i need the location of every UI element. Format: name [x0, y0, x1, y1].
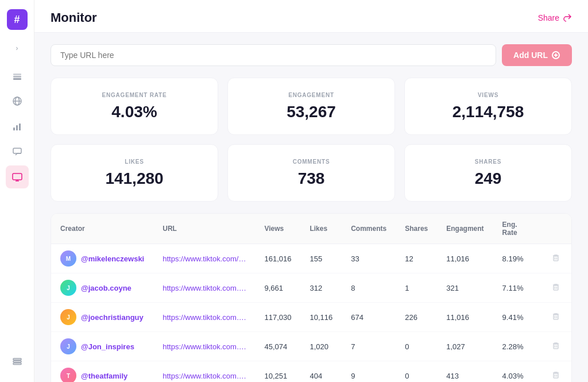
url-link[interactable]: https://www.tiktok.com…. [163, 313, 246, 322]
svg-rect-2 [13, 78, 21, 80]
stat-card-engagement: ENGAGEMENT 53,267 [227, 78, 395, 135]
sidebar-item-monitor[interactable] [6, 165, 29, 188]
monitor-icon [11, 171, 23, 183]
table-row: J @jacob.coyne https://www.tiktok.com…. … [51, 273, 571, 303]
col-shares: Shares [396, 214, 437, 244]
sidebar-item-globe[interactable] [6, 90, 29, 113]
cell-likes: 404 [300, 361, 342, 383]
globe-icon [11, 95, 23, 107]
cell-engagement: 413 [437, 361, 493, 383]
trash-icon [552, 312, 560, 321]
cell-engagement: 1,027 [437, 332, 493, 361]
svg-rect-0 [13, 74, 21, 75]
stat-value-shares: 249 [475, 169, 502, 188]
stat-value-comments: 738 [298, 169, 325, 188]
app-logo[interactable]: # [7, 9, 28, 30]
stat-value-engagement-rate: 4.03% [111, 103, 157, 121]
cell-comments: 9 [342, 361, 396, 383]
cell-creator: M @mikelenczewski [51, 244, 153, 273]
svg-rect-22 [554, 285, 558, 290]
header: Monitor Share [34, 0, 588, 33]
cell-shares: 0 [396, 332, 437, 361]
cell-likes: 1,020 [300, 332, 342, 361]
delete-row-button[interactable] [550, 370, 562, 382]
cell-views: 10,251 [255, 361, 300, 383]
stat-card-comments: COMMENTS 738 [227, 144, 395, 202]
svg-rect-7 [16, 125, 18, 130]
stat-label-engagement-rate: ENGAGEMENT RATE [102, 92, 167, 98]
sidebar-item-layers[interactable] [6, 64, 29, 87]
trash-icon [552, 371, 560, 379]
cell-shares: 12 [396, 244, 437, 273]
stat-label-engagement: ENGAGEMENT [288, 92, 334, 98]
cell-url: https://www.tiktok.com…. [153, 273, 255, 303]
col-actions [540, 214, 571, 244]
cell-url: https://www.tiktok.com…. [153, 332, 255, 361]
stat-card-engagement-rate: ENGAGEMENT RATE 4.03% [51, 78, 218, 135]
creator-name[interactable]: @mikelenczewski [81, 254, 144, 263]
sidebar-collapse-button[interactable]: › [10, 41, 24, 55]
trash-icon [552, 283, 560, 291]
col-creator: Creator [51, 214, 153, 244]
avatar: M [60, 250, 76, 267]
svg-rect-15 [13, 363, 21, 365]
sidebar-item-comments[interactable] [6, 140, 29, 163]
url-link[interactable]: https://www.tiktok.com…. [163, 342, 246, 351]
stat-label-comments: COMMENTS [293, 159, 330, 165]
cell-views: 117,030 [255, 303, 300, 332]
stat-card-likes: LIKES 141,280 [51, 144, 218, 202]
cell-creator: J @Jon_inspires [51, 332, 153, 361]
cell-comments: 7 [342, 332, 396, 361]
svg-rect-1 [13, 76, 21, 78]
content-area: Add URL ENGAGEMENT RATE 4.03% ENGAGEMENT… [34, 33, 588, 382]
svg-rect-8 [19, 124, 21, 130]
cell-creator: J @joechristianguy [51, 303, 153, 332]
cell-engagement: 321 [437, 273, 493, 303]
cell-eng-rate: 8.19% [493, 244, 540, 273]
cell-shares: 0 [396, 361, 437, 383]
stat-label-views: VIEWS [478, 92, 498, 98]
delete-row-button[interactable] [550, 253, 562, 265]
col-comments: Comments [342, 214, 396, 244]
share-label: Share [538, 13, 559, 22]
cell-eng-rate: 4.03% [493, 361, 540, 383]
col-engagement: Engagment [437, 214, 493, 244]
plus-circle-icon [551, 51, 560, 60]
stat-value-likes: 141,280 [105, 169, 163, 188]
cell-likes: 10,116 [300, 303, 342, 332]
stat-label-shares: SHARES [475, 159, 501, 165]
url-bar: Add URL [51, 44, 572, 66]
stat-value-views: 2,114,758 [452, 103, 524, 121]
add-url-button[interactable]: Add URL [502, 44, 572, 66]
creator-name[interactable]: @theatfamily [81, 372, 127, 380]
stat-value-engagement: 53,267 [287, 103, 336, 121]
sidebar-item-analytics[interactable] [6, 115, 29, 138]
table-row: M @mikelenczewski https://www.tiktok.com… [51, 244, 571, 273]
data-table-container: Creator URL Views Likes Comments Shares … [51, 213, 572, 382]
url-link[interactable]: https://www.tiktok.com…. [163, 372, 246, 380]
share-button[interactable]: Share [538, 13, 572, 22]
sidebar: # › [0, 0, 34, 382]
cell-engagement: 11,016 [437, 303, 493, 332]
url-link[interactable]: https://www.tiktok.com…. [163, 284, 246, 292]
creator-name[interactable]: @Jon_inspires [81, 342, 134, 351]
delete-row-button[interactable] [550, 282, 562, 294]
svg-rect-13 [13, 358, 21, 360]
cell-creator: T @theatfamily [51, 361, 153, 383]
share-icon [563, 13, 572, 22]
svg-rect-6 [13, 128, 15, 130]
svg-rect-28 [554, 344, 558, 349]
avatar: J [60, 280, 76, 296]
delete-row-button[interactable] [550, 341, 562, 353]
delete-row-button[interactable] [550, 311, 562, 323]
creator-name[interactable]: @jacob.coyne [81, 284, 131, 292]
stats-grid: ENGAGEMENT RATE 4.03% ENGAGEMENT 53,267 … [51, 78, 572, 202]
table-row: J @joechristianguy https://www.tiktok.co… [51, 303, 571, 332]
cell-views: 9,661 [255, 273, 300, 303]
svg-rect-9 [13, 148, 21, 153]
creator-name[interactable]: @joechristianguy [81, 313, 144, 322]
url-input[interactable] [51, 44, 496, 66]
col-likes: Likes [300, 214, 342, 244]
sidebar-item-settings[interactable] [6, 350, 29, 373]
url-link[interactable]: https://www.tiktok.com/… [163, 254, 246, 263]
